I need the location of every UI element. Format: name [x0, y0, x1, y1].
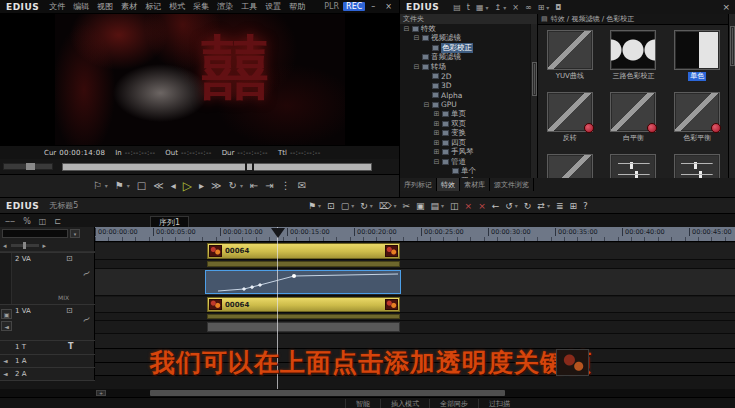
recorder-mode-button[interactable]: REC: [343, 2, 365, 11]
zoom-in-icon[interactable]: ▸: [43, 242, 47, 250]
lock-icon[interactable]: ◘: [555, 3, 561, 12]
expander-icon[interactable]: ⊟: [413, 34, 420, 42]
playhead-handle[interactable]: [271, 228, 285, 238]
list-icon[interactable]: ≣: [556, 201, 564, 211]
ripple-mode-icon[interactable]: ‒‒: [5, 217, 15, 226]
expander-icon[interactable]: ⊞: [433, 129, 440, 137]
expander-icon[interactable]: ⊞: [433, 110, 440, 118]
play-icon[interactable]: ▷: [183, 180, 192, 192]
speaker-icon[interactable]: ◄: [3, 357, 8, 364]
effects-scrollbar-thumb[interactable]: [730, 26, 735, 66]
stop-icon[interactable]: □: [137, 181, 146, 191]
position-bar[interactable]: [62, 163, 372, 171]
menu-item[interactable]: 渲染: [213, 1, 237, 12]
effect-yuv-curve[interactable]: YUV曲线: [540, 30, 600, 92]
trim-end-icon[interactable]: ×: [478, 201, 486, 211]
rewind-icon[interactable]: ≪: [153, 181, 163, 191]
new-sequence-icon[interactable]: ▢: [341, 201, 350, 211]
expander-icon[interactable]: ⊞: [433, 120, 440, 128]
track-expander-strip[interactable]: [0, 253, 12, 304]
track-header-2va[interactable]: 2 VA ⊡ MIX ~: [0, 252, 95, 304]
effect-thumbnail[interactable]: [667, 154, 727, 178]
minimize-button[interactable]: –: [367, 2, 379, 11]
timeline-zoom-slider[interactable]: [11, 244, 39, 247]
effect-thumbnail[interactable]: [540, 154, 600, 178]
dropdown-icon[interactable]: ▾: [515, 202, 518, 209]
expander-icon[interactable]: ⊞: [433, 148, 440, 156]
effect-three-way-color[interactable]: 三路色彩校正: [603, 30, 663, 92]
tree-item[interactable]: 音频滤镜: [400, 53, 530, 63]
palette-tab[interactable]: 特效: [437, 178, 460, 191]
audio-mute-icon[interactable]: ◄: [1, 321, 12, 331]
video-mute-icon[interactable]: ▣: [1, 309, 12, 319]
next-frame-icon[interactable]: ▸: [199, 181, 204, 191]
tree-item[interactable]: ⊟ 特效: [400, 24, 530, 34]
add-track-icon[interactable]: +: [96, 390, 106, 396]
tree-scrollbar-thumb[interactable]: [532, 62, 537, 96]
fast-forward-icon[interactable]: ≫: [211, 181, 221, 191]
tree-item[interactable]: Alpha: [400, 91, 530, 101]
effect-white-balance[interactable]: 白平衡: [603, 92, 663, 154]
menu-item[interactable]: 设置: [261, 1, 285, 12]
capture-icon[interactable]: ⊡: [327, 201, 335, 211]
render-icon[interactable]: ↻: [360, 201, 368, 211]
dropdown-icon[interactable]: ▾: [318, 202, 321, 209]
tree-item[interactable]: ⊞ 双页: [400, 119, 530, 129]
link-icon[interactable]: ∞: [525, 3, 532, 12]
delete-icon[interactable]: ×: [512, 3, 519, 12]
track-header-2a[interactable]: ◄ 2 A: [0, 367, 95, 380]
copy-icon[interactable]: ▣: [416, 201, 425, 211]
shuttle-slider-thumb[interactable]: [26, 163, 35, 170]
sync-mode-icon[interactable]: ⊏: [54, 217, 61, 226]
tree-item[interactable]: ⊟ 视频滤镜: [400, 34, 530, 44]
menu-item[interactable]: 采集: [189, 1, 213, 12]
dropdown-icon[interactable]: ▾: [547, 202, 550, 209]
loop-icon[interactable]: ↻: [229, 181, 237, 191]
dropdown-icon[interactable]: ▾: [546, 4, 549, 11]
add-clip-icon[interactable]: t: [467, 3, 470, 12]
tree-item[interactable]: ⊞ 变换: [400, 129, 530, 139]
track-header-1t[interactable]: 1 T T: [0, 340, 95, 354]
help-icon[interactable]: ?: [583, 201, 588, 211]
up-folder-icon[interactable]: ↥: [495, 3, 502, 12]
export-icon[interactable]: ✉: [298, 181, 306, 191]
set-in-icon[interactable]: ⇤: [250, 181, 258, 191]
palette-tab[interactable]: 序列标记: [400, 178, 437, 191]
palette-tab[interactable]: 源文件浏览: [490, 178, 534, 191]
zoom-out-icon[interactable]: ◂: [3, 242, 7, 250]
tree-item[interactable]: 2D: [400, 72, 530, 82]
tree-item[interactable]: ⊟ 转场: [400, 62, 530, 72]
mixer-strip[interactable]: [207, 314, 400, 319]
tree-scrollbar[interactable]: [530, 24, 537, 178]
track-preset-dropdown[interactable]: [2, 229, 68, 238]
video-clip[interactable]: 00064: [207, 297, 400, 312]
dropdown-icon[interactable]: ▾: [240, 183, 243, 189]
back-icon[interactable]: ←: [492, 201, 500, 211]
close-button[interactable]: ×: [381, 2, 396, 11]
add-point-icon[interactable]: ⋮: [281, 181, 291, 191]
tree-item[interactable]: ⊞ 四页: [400, 138, 530, 148]
tree-item[interactable]: ⊞ 单页: [400, 110, 530, 120]
menu-item[interactable]: 视图: [93, 1, 117, 12]
track-header-1a[interactable]: ◄ 1 A: [0, 354, 95, 367]
trim-start-icon[interactable]: ×: [465, 201, 473, 211]
mixer-strip[interactable]: [207, 261, 400, 267]
clip-icon[interactable]: ⊡: [66, 306, 73, 315]
set-out-icon[interactable]: ⇥: [265, 181, 273, 191]
overwrite-mode-icon[interactable]: ◫: [39, 217, 47, 226]
effect-invert[interactable]: 反转: [540, 92, 600, 154]
tree-item[interactable]: ⊞ 手风琴: [400, 148, 530, 158]
menu-item[interactable]: 素材: [117, 1, 141, 12]
expander-icon[interactable]: ⊟: [423, 101, 430, 109]
dropdown-icon[interactable]: ▾: [127, 183, 130, 189]
dropdown-icon[interactable]: ▾: [105, 183, 108, 189]
prev-frame-icon[interactable]: ◂: [171, 181, 176, 191]
menu-item[interactable]: 文件: [45, 1, 69, 12]
shuttle-icon[interactable]: ⚑: [115, 181, 124, 191]
effects-scrollbar[interactable]: [728, 14, 735, 178]
effect-monochrome[interactable]: 单色: [667, 30, 727, 92]
speaker-icon[interactable]: ◄: [3, 370, 8, 377]
hscroll-thumb[interactable]: [150, 390, 505, 396]
cut-icon[interactable]: ✂: [402, 201, 410, 211]
expander-icon[interactable]: ⊟: [413, 63, 420, 71]
